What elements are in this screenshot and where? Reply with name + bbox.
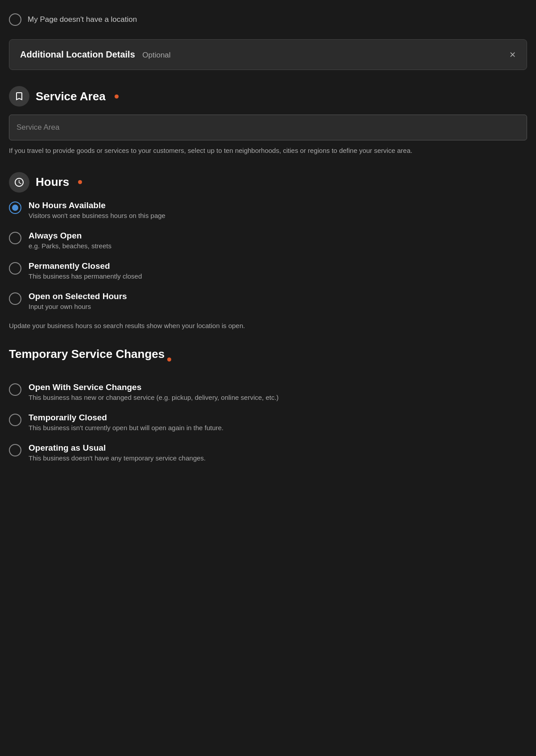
temp-service-title: Temporary Service Changes — [9, 347, 165, 361]
temp-service-required-dot — [167, 357, 171, 362]
temp-radio-temporarily-closed[interactable] — [9, 414, 21, 426]
hours-option-no-hours-content: No Hours Available Visitors won't see bu… — [29, 201, 165, 219]
clock-icon — [14, 177, 25, 188]
hours-option-permanently-closed-subtitle: This business has permanently closed — [29, 272, 142, 280]
hours-required-dot — [78, 180, 82, 184]
temp-service-section: Temporary Service Changes Open With Serv… — [9, 347, 527, 462]
hours-icon-circle — [9, 172, 29, 193]
service-area-icon-circle — [9, 86, 29, 107]
service-area-header: Service Area — [9, 86, 527, 107]
temp-option-operating-usual[interactable]: Operating as Usual This business doesn't… — [9, 443, 527, 462]
hours-option-permanently-closed-title: Permanently Closed — [29, 261, 142, 271]
service-area-title: Service Area — [36, 90, 106, 103]
additional-location-header: Additional Location Details Optional — [20, 49, 171, 60]
no-location-row[interactable]: My Page doesn't have a location — [9, 13, 527, 26]
hours-radio-no-hours[interactable] — [9, 201, 21, 214]
hours-option-always-open-content: Always Open e.g. Parks, beaches, streets — [29, 231, 111, 250]
hours-option-always-open-subtitle: e.g. Parks, beaches, streets — [29, 242, 111, 250]
hours-option-no-hours-subtitle: Visitors won't see business hours on thi… — [29, 212, 165, 219]
hours-radio-selected-hours[interactable] — [9, 292, 21, 305]
hours-option-no-hours[interactable]: No Hours Available Visitors won't see bu… — [9, 201, 527, 219]
temp-radio-operating-usual[interactable] — [9, 444, 21, 456]
service-area-required-dot — [115, 94, 119, 99]
collapse-icon[interactable]: ✕ — [509, 50, 516, 60]
temp-option-open-service-changes[interactable]: Open With Service Changes This business … — [9, 382, 527, 401]
temp-option-temporarily-closed-subtitle: This business isn't currently open but w… — [29, 424, 223, 431]
hours-radio-always-open[interactable] — [9, 232, 21, 244]
hours-option-selected-hours[interactable]: Open on Selected Hours Input your own ho… — [9, 292, 527, 310]
hours-option-selected-hours-content: Open on Selected Hours Input your own ho… — [29, 292, 127, 310]
hours-header: Hours — [9, 172, 527, 193]
hours-update-note: Update your business hours so search res… — [9, 322, 527, 329]
temp-option-open-service-changes-content: Open With Service Changes This business … — [29, 382, 279, 401]
temp-option-operating-usual-content: Operating as Usual This business doesn't… — [29, 443, 206, 462]
additional-location-optional: Optional — [142, 51, 170, 59]
hours-radio-no-hours-inner — [12, 205, 18, 211]
hours-radio-permanently-closed[interactable] — [9, 262, 21, 275]
additional-location-title: Additional Location Details — [20, 49, 135, 59]
temp-option-temporarily-closed-content: Temporarily Closed This business isn't c… — [29, 413, 223, 431]
temp-option-open-service-changes-title: Open With Service Changes — [29, 382, 279, 392]
hours-section: Hours No Hours Available Visitors won't … — [9, 172, 527, 329]
no-location-radio[interactable] — [9, 13, 21, 26]
service-area-description: If you travel to provide goods or servic… — [9, 146, 527, 156]
additional-location-box: Additional Location Details Optional ✕ — [9, 39, 527, 70]
temp-option-operating-usual-title: Operating as Usual — [29, 443, 206, 453]
temp-option-open-service-changes-subtitle: This business has new or changed service… — [29, 394, 279, 401]
hours-option-selected-hours-subtitle: Input your own hours — [29, 303, 127, 310]
hours-option-no-hours-title: No Hours Available — [29, 201, 165, 210]
hours-title: Hours — [36, 175, 69, 189]
temp-service-title-row: Temporary Service Changes — [9, 347, 527, 372]
temp-option-operating-usual-subtitle: This business doesn't have any temporary… — [29, 454, 206, 462]
page-container: My Page doesn't have a location Addition… — [0, 0, 536, 487]
hours-option-selected-hours-title: Open on Selected Hours — [29, 292, 127, 301]
service-area-input[interactable] — [9, 115, 527, 140]
service-area-section: Service Area If you travel to provide go… — [9, 86, 527, 156]
map-icon — [14, 91, 25, 102]
no-location-label: My Page doesn't have a location — [28, 15, 137, 24]
hours-option-always-open[interactable]: Always Open e.g. Parks, beaches, streets — [9, 231, 527, 250]
temp-option-temporarily-closed[interactable]: Temporarily Closed This business isn't c… — [9, 413, 527, 431]
hours-option-always-open-title: Always Open — [29, 231, 111, 241]
temp-radio-open-service-changes[interactable] — [9, 383, 21, 396]
hours-option-permanently-closed-content: Permanently Closed This business has per… — [29, 261, 142, 280]
temp-option-temporarily-closed-title: Temporarily Closed — [29, 413, 223, 423]
hours-option-permanently-closed[interactable]: Permanently Closed This business has per… — [9, 261, 527, 280]
